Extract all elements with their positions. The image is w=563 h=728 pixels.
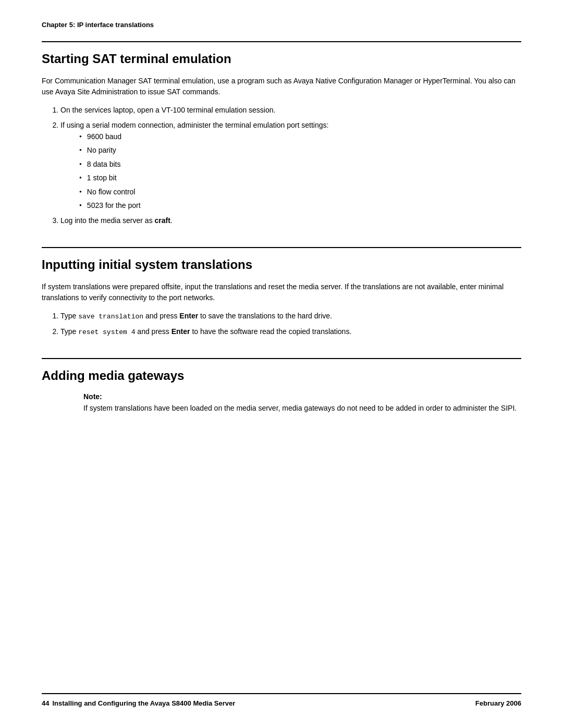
bullet-5023-port: 5023 for the port [79,200,521,211]
note-box: Note: If system translations have been l… [83,392,521,414]
section-title-adding-media: Adding media gateways [42,368,521,383]
section-intro-inputting: If system translations were prepared off… [42,281,521,303]
footer-page-number: 44 [42,699,49,707]
bullet-9600: 9600 baud [79,131,521,142]
step-2: If using a serial modem connection, admi… [60,120,521,211]
section-title-inputting: Inputting initial system translations [42,257,521,272]
step-3-text-end: . [170,216,173,225]
inputting-step-2-bold: Enter [172,327,190,336]
section-inputting-initial: Inputting initial system translations If… [42,247,521,342]
section-divider-3 [42,358,521,359]
chapter-header: Chapter 5: IP interface translations [42,21,521,31]
step-1-text: On the services laptop, open a VT-100 te… [60,106,275,114]
inputting-step-2: Type reset system 4 and press Enter to h… [60,326,521,338]
page: Chapter 5: IP interface translations Sta… [0,0,563,728]
inputting-step-1-bold: Enter [179,312,198,320]
section-divider-1 [42,41,521,42]
inputting-step-1-code: save translation [78,313,143,320]
footer-text: Installing and Configuring the Avaya S84… [52,699,235,707]
note-text: If system translations have been loaded … [83,403,521,414]
footer-date: February 2006 [475,699,521,707]
inputting-step-1-middle: and press [143,312,179,320]
inputting-step-2-middle: and press [135,327,171,336]
note-label: Note: [83,392,521,401]
inputting-step-1-plain: Type [60,312,78,320]
steps-list-inputting: Type save translation and press Enter to… [60,311,521,337]
section-title-starting-sat: Starting SAT terminal emulation [42,52,521,66]
footer-left: 44 Installing and Configuring the Avaya … [42,699,235,707]
page-footer: 44 Installing and Configuring the Avaya … [42,693,521,707]
section-divider-2 [42,247,521,248]
inputting-step-2-code: reset system 4 [78,328,135,336]
section-adding-media: Adding media gateways Note: If system tr… [42,358,521,421]
step-1: On the services laptop, open a VT-100 te… [60,105,521,116]
inputting-step-1: Type save translation and press Enter to… [60,311,521,322]
port-settings-list: 9600 baud No parity 8 data bits 1 stop b… [79,131,521,211]
steps-list-starting-sat: On the services laptop, open a VT-100 te… [60,105,521,226]
inputting-step-2-end: to have the software read the copied tra… [190,327,352,336]
bullet-1-stop-bit: 1 stop bit [79,172,521,183]
bullet-no-parity: No parity [79,144,521,156]
section-starting-sat: Starting SAT terminal emulation For Comm… [42,41,521,231]
step-3-text-bold: craft [155,216,170,225]
step-2-text: If using a serial modem connection, admi… [60,121,328,129]
chapter-header-text: Chapter 5: IP interface translations [42,21,154,29]
bullet-no-flow-control: No flow control [79,186,521,198]
inputting-step-2-plain: Type [60,327,78,336]
step-3-text-plain: Log into the media server as [60,216,155,225]
inputting-step-1-end: to save the translations to the hard dri… [198,312,332,320]
bullet-8-data-bits: 8 data bits [79,158,521,170]
section-intro-starting-sat: For Communication Manager SAT terminal e… [42,76,521,97]
step-3: Log into the media server as craft. [60,215,521,226]
